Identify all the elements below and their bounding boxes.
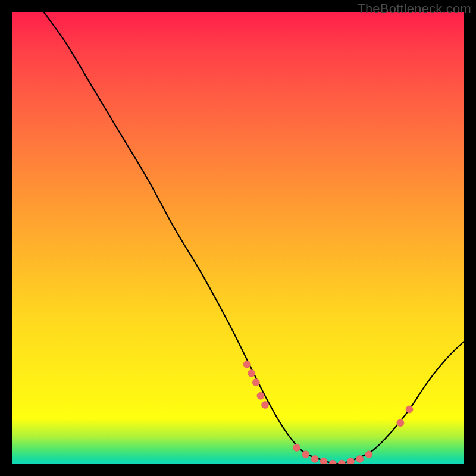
bottleneck-curve bbox=[44, 12, 464, 464]
data-marker bbox=[243, 361, 250, 368]
watermark-text: TheBottleneck.com bbox=[357, 1, 471, 17]
data-marker bbox=[356, 455, 364, 462]
plot-area bbox=[12, 12, 464, 464]
data-marker bbox=[329, 460, 336, 464]
data-marker bbox=[338, 460, 345, 464]
data-marker bbox=[257, 392, 264, 399]
data-marker bbox=[311, 455, 318, 462]
marker-group bbox=[243, 361, 413, 464]
data-marker bbox=[302, 451, 309, 458]
data-marker bbox=[365, 451, 372, 458]
data-marker bbox=[406, 406, 413, 413]
curve-svg bbox=[12, 12, 464, 464]
data-marker bbox=[262, 402, 269, 409]
data-marker bbox=[397, 419, 404, 427]
data-marker bbox=[293, 444, 300, 452]
data-marker bbox=[252, 379, 259, 386]
data-marker bbox=[248, 369, 255, 377]
data-marker bbox=[320, 458, 327, 464]
data-marker bbox=[347, 458, 355, 464]
chart-container: TheBottleneck.com bbox=[0, 0, 476, 476]
